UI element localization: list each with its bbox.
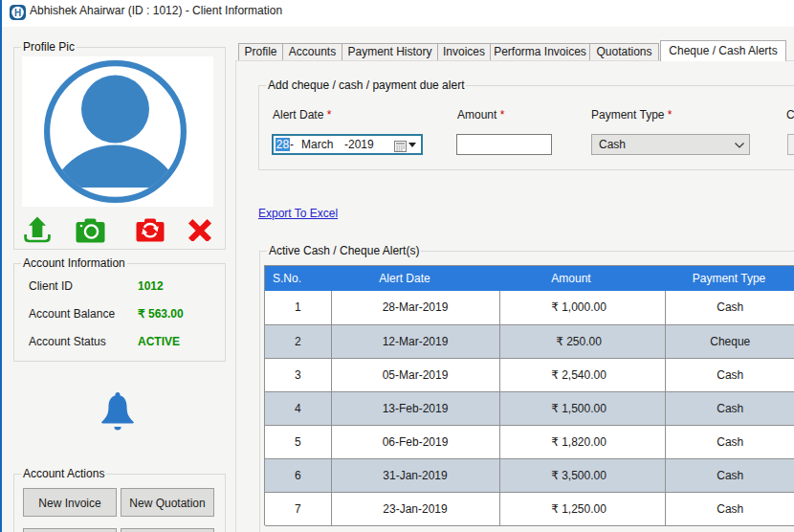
svg-text:H: H: [14, 8, 21, 18]
